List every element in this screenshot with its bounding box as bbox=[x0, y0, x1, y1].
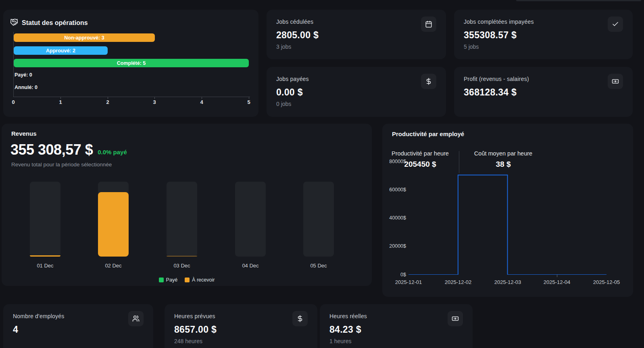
x-label-12-01: 2025-12-01 bbox=[388, 279, 429, 285]
x-tick-3: 3 bbox=[153, 99, 156, 105]
x-tick-0: 0 bbox=[12, 99, 15, 105]
users-icon bbox=[128, 311, 144, 326]
revenue-bar-05dec[interactable]: 05 Dec bbox=[303, 182, 334, 257]
bar-track bbox=[235, 182, 266, 257]
y-tick-0: 0$ bbox=[383, 272, 406, 278]
x-tick-1: 1 bbox=[59, 99, 62, 105]
revenue-bar-01dec[interactable]: 01 Dec bbox=[30, 182, 60, 257]
dollar-icon bbox=[292, 311, 308, 326]
operations-status-card: Statut des opérations Non-approuvé: 3 Ap… bbox=[3, 10, 258, 117]
card-title: Jobs cédulées bbox=[276, 19, 313, 25]
card-title: Nombre d'employés bbox=[13, 313, 64, 319]
x-tick-5: 5 bbox=[247, 99, 250, 105]
stat-label: Productivité par heure bbox=[384, 150, 456, 157]
bar-track bbox=[30, 182, 60, 257]
legend-swatch-orange bbox=[185, 278, 190, 282]
bar-fill-receivable bbox=[167, 256, 197, 257]
card-value: 2805.00 $ bbox=[276, 30, 319, 41]
bar-fill-receivable bbox=[30, 255, 60, 257]
productivity-step-chart[interactable] bbox=[408, 162, 606, 275]
legend-label: À recevoir bbox=[192, 277, 215, 283]
card-value: 368128.34 $ bbox=[464, 87, 517, 98]
label-annule-zero: Annulé: 0 bbox=[15, 85, 38, 90]
y-tick-60000: 60000$ bbox=[383, 187, 406, 193]
y-tick-20000: 20000$ bbox=[383, 243, 406, 249]
revenue-total: 355 308,57 $ bbox=[10, 141, 93, 158]
bar-track bbox=[167, 182, 197, 257]
y-tick-40000: 40000$ bbox=[383, 215, 406, 221]
bar-approuve[interactable]: Approuvé: 2 bbox=[14, 46, 108, 55]
bar-label: 05 Dec bbox=[303, 263, 334, 269]
x-tick-4: 4 bbox=[200, 99, 203, 105]
card-value: 0.00 $ bbox=[276, 87, 303, 98]
banknote-icon bbox=[608, 74, 623, 89]
revenue-paid-percent: 0.0% payé bbox=[98, 149, 127, 158]
check-icon bbox=[608, 17, 623, 32]
card-value: 8657.00 $ bbox=[174, 324, 217, 335]
calendar-icon bbox=[421, 17, 436, 32]
bar-track bbox=[303, 182, 334, 257]
revenue-bar-04dec[interactable]: 04 Dec bbox=[235, 182, 266, 257]
banknote-icon bbox=[448, 311, 463, 326]
operations-x-axis bbox=[13, 97, 250, 97]
revenue-bar-03dec[interactable]: 03 Dec bbox=[167, 182, 197, 257]
card-title: Jobs payées bbox=[276, 76, 309, 82]
bar-label: 04 Dec bbox=[235, 263, 266, 269]
revenue-card: Revenus 355 308,57 $ 0.0% payé Revenu to… bbox=[2, 124, 372, 286]
employees-card: Nombre d'employés 4 bbox=[3, 304, 153, 348]
revenue-legend: Payé À recevoir bbox=[2, 277, 372, 283]
card-value: 84.23 $ bbox=[329, 324, 361, 335]
top-edge-strip bbox=[516, 0, 641, 1]
planned-hours-card: Heures prévues 8657.00 $ 248 heures bbox=[165, 304, 317, 348]
revenue-title: Revenus bbox=[11, 130, 37, 137]
legend-label: Payé bbox=[166, 277, 178, 283]
stat-label: Coût moyen par heure bbox=[467, 150, 540, 157]
card-title: Profit (revenus - salaires) bbox=[464, 76, 529, 82]
handshake-icon bbox=[10, 18, 18, 28]
card-title: Heures réelles bbox=[329, 313, 367, 319]
card-subtitle: 0 jobs bbox=[276, 101, 291, 107]
revenue-subtitle: Revenu total pour la période sélectionné… bbox=[11, 162, 112, 168]
bar-non-approuve[interactable]: Non-approuvé: 3 bbox=[14, 33, 155, 42]
x-label-12-03: 2025-12-03 bbox=[488, 279, 528, 285]
x-tick-2: 2 bbox=[106, 99, 109, 105]
bar-fill-receivable bbox=[98, 192, 129, 257]
card-title: Heures prévues bbox=[174, 313, 215, 319]
label-paye-zero: Payé: 0 bbox=[15, 72, 32, 78]
bar-label: 03 Dec bbox=[167, 263, 197, 269]
jobs-scheduled-card: Jobs cédulées 2805.00 $ 3 jobs bbox=[267, 10, 446, 59]
card-value: 4 bbox=[13, 324, 18, 335]
legend-item-a-recevoir[interactable]: À recevoir bbox=[185, 277, 215, 283]
bar-complete[interactable]: Complété: 5 bbox=[14, 59, 249, 67]
jobs-paid-card: Jobs payées 0.00 $ 0 jobs bbox=[267, 67, 446, 117]
jobs-completed-unpaid-card: Jobs complétées impayées 355308.57 $ 5 j… bbox=[454, 10, 633, 59]
card-subtitle: 1 heures bbox=[329, 338, 351, 344]
operations-y-axis bbox=[13, 32, 14, 97]
profit-card: Profit (revenus - salaires) 368128.34 $ bbox=[454, 67, 633, 117]
card-value: 355308.57 $ bbox=[464, 30, 517, 41]
legend-item-paye[interactable]: Payé bbox=[159, 277, 178, 283]
card-subtitle: 248 heures bbox=[174, 338, 202, 344]
legend-swatch-green bbox=[159, 278, 164, 282]
card-subtitle: 3 jobs bbox=[276, 44, 291, 50]
card-subtitle: 5 jobs bbox=[464, 44, 479, 50]
x-label-12-02: 2025-12-02 bbox=[438, 279, 478, 285]
dollar-icon bbox=[421, 74, 436, 89]
x-label-12-04: 2025-12-04 bbox=[537, 279, 577, 285]
operations-card-title: Statut des opérations bbox=[22, 19, 88, 27]
revenue-bar-02dec[interactable]: 02 Dec bbox=[98, 182, 129, 257]
bar-label: 02 Dec bbox=[98, 263, 129, 269]
productivity-title: Productivité par employé bbox=[392, 130, 464, 137]
card-title: Jobs complétées impayées bbox=[464, 19, 534, 25]
actual-hours-card: Heures réelles 84.23 $ 1 heures bbox=[320, 304, 473, 348]
productivity-card: Productivité par employé 80000$ 60000$ 4… bbox=[382, 124, 633, 297]
x-tick-mark-12-04 bbox=[557, 275, 557, 277]
x-label-12-05: 2025-12-05 bbox=[586, 279, 627, 285]
bar-label: 01 Dec bbox=[30, 263, 60, 269]
